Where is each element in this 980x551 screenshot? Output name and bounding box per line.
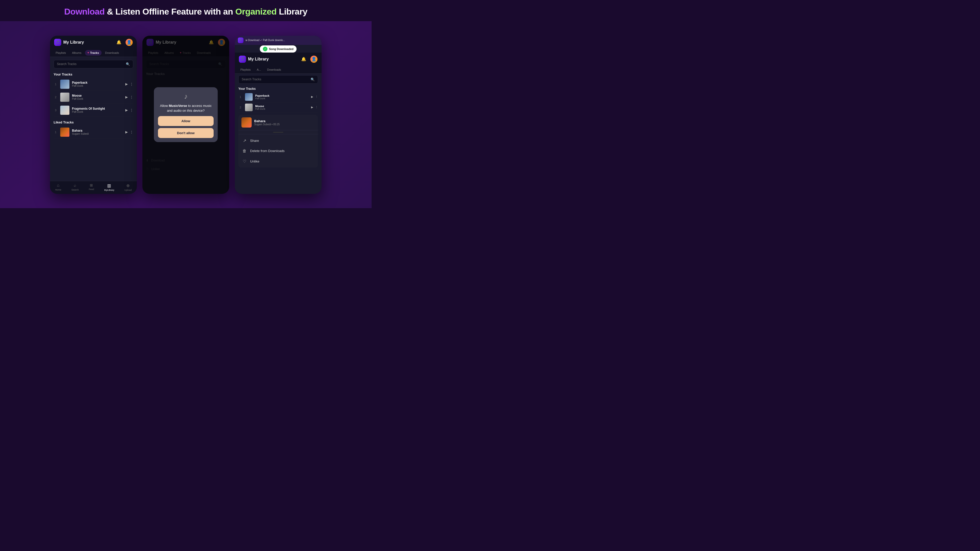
- permission-message: Allow MusicVerse to access music and aud…: [158, 103, 213, 113]
- liked-track-item: 1 Bahara Sugam Subedi ▶ ⋮: [54, 126, 133, 139]
- context-menu-card: Bahara Sugam Subedi • 05:25 ↗ Share 🗑 De…: [239, 115, 318, 168]
- notification-app-icon: 🎵: [238, 38, 243, 43]
- search-input-phone1[interactable]: [57, 62, 124, 66]
- phone1-app-title: My Library: [63, 40, 84, 44]
- track-name: Paperback: [72, 81, 123, 84]
- phone-2: 🎵 My Library 🔔 👤 Playlists Albums ♥ Trac…: [142, 36, 229, 194]
- tab-downloads-phone1[interactable]: Downloads: [103, 50, 121, 56]
- more-button[interactable]: ⋮: [130, 82, 133, 86]
- phone-1: 🎵 My Library 🔔 👤 Playlists Albums ♥ Trac…: [50, 36, 137, 194]
- play-button[interactable]: ▶: [125, 95, 128, 99]
- search-input-phone3[interactable]: [242, 78, 309, 81]
- more-button[interactable]: ⋮: [130, 130, 133, 134]
- tab-albums-phone1[interactable]: Albums: [69, 50, 84, 56]
- nav-label-upload: Upload: [124, 189, 132, 191]
- share-menu-item[interactable]: ↗ Share: [239, 135, 318, 146]
- home-icon: ⌂: [57, 183, 59, 188]
- bell-icon-phone1[interactable]: 🔔: [115, 39, 123, 46]
- nav-item-mylibrary[interactable]: ▥ MyLibrary: [104, 183, 115, 191]
- track-name: Bahara: [72, 129, 123, 132]
- app-icon-phone1: 🎵: [54, 39, 61, 46]
- play-button[interactable]: ▶: [311, 106, 313, 109]
- track-art-moose: [60, 93, 69, 102]
- track-name: Moose: [72, 94, 123, 97]
- phone-3: 🎵 w Download ✓ Paft Dunk downlo... ✓ Son…: [235, 36, 321, 194]
- section-your-tracks-phone3: Your Tracks: [235, 86, 321, 92]
- notification-text: w Download ✓ Paft Dunk downlo...: [245, 39, 318, 41]
- play-button[interactable]: ▶: [125, 82, 128, 86]
- more-button[interactable]: ⋮: [130, 95, 133, 99]
- track-number: 3: [54, 109, 58, 112]
- track-artist: Paft Dunk: [72, 110, 123, 113]
- track-number: 1: [239, 95, 242, 98]
- nav-label-mylibrary: MyLibrary: [104, 189, 115, 191]
- context-track-meta: Sugam Subedi • 05:25: [254, 123, 315, 126]
- nav-label-search: Search: [72, 189, 79, 191]
- dont-allow-button[interactable]: Don't allow: [158, 128, 213, 138]
- track-artist: Paft Dunk: [255, 97, 309, 100]
- track-name: Moose: [255, 105, 309, 108]
- delete-downloads-label: Delete from Downloads: [250, 149, 285, 153]
- nav-item-home[interactable]: ⌂ Home: [55, 183, 61, 191]
- track-number: 2: [239, 106, 242, 109]
- search-icon-nav: ⌕: [74, 183, 76, 188]
- more-button[interactable]: ⋮: [315, 106, 318, 109]
- track-number: 2: [54, 96, 58, 99]
- track-art-paperback-p3: [245, 93, 253, 101]
- tab-playlists-phone1[interactable]: Playlists: [53, 50, 68, 56]
- track-artist: Sugam Subedi: [72, 132, 123, 135]
- unlike-label: Unlike: [250, 159, 259, 163]
- permission-dialog: ♪ Allow MusicVerse to access music and a…: [154, 87, 218, 142]
- bell-icon-phone3[interactable]: 🔔: [300, 56, 307, 63]
- section-your-tracks-phone1: Your Tracks: [50, 70, 137, 78]
- allow-button[interactable]: Allow: [158, 116, 213, 126]
- tab-downloads-phone3[interactable]: Downloads: [265, 67, 283, 73]
- unlike-menu-item[interactable]: ♡ Unlike: [239, 156, 318, 167]
- track-item-phone3-1: 1 Paperback Paft Dunk ▶ ⋮: [239, 92, 318, 102]
- share-icon: ↗: [242, 138, 247, 143]
- more-button[interactable]: ⋮: [130, 108, 133, 112]
- upload-icon: ⊕: [126, 183, 130, 188]
- feed-icon: ⊞: [90, 183, 93, 187]
- track-art-fragments: [60, 106, 69, 115]
- search-icon-phone3: 🔍: [310, 78, 315, 81]
- tab-playlists-phone3[interactable]: Playlists: [238, 67, 253, 73]
- nav-item-upload[interactable]: ⊕ Upload: [124, 183, 132, 191]
- heart-icon: ♡: [242, 159, 247, 164]
- play-button[interactable]: ▶: [311, 95, 313, 98]
- play-button[interactable]: ▶: [125, 108, 128, 112]
- app-icon-phone3: 🎵: [239, 56, 246, 63]
- track-art-paperback: [60, 79, 69, 89]
- phone3-app-title: My Library: [248, 57, 269, 62]
- nav-label-feed: Feed: [89, 188, 94, 191]
- track-name: Paperback: [255, 94, 309, 97]
- nav-label-home: Home: [55, 189, 61, 191]
- track-number: 1: [54, 130, 58, 134]
- tab-tracks-phone1[interactable]: ♥ Tracks: [85, 50, 102, 56]
- nav-item-search[interactable]: ⌕ Search: [72, 183, 79, 191]
- mylibrary-icon: ▥: [107, 183, 111, 188]
- track-item: 3 Fragments Of Sunlight Paft Dunk ▶ ⋮: [54, 104, 133, 117]
- context-track-name: Bahara: [254, 119, 315, 123]
- track-item: 1 Paperback Paft Dunk ▶ ⋮: [54, 78, 133, 91]
- track-art-bahara: [60, 127, 69, 137]
- section-liked-tracks-phone1: Liked Tracks: [50, 118, 137, 126]
- play-button[interactable]: ▶: [125, 130, 128, 134]
- context-art-bahara: [242, 118, 251, 127]
- tab-albums-phone3[interactable]: A...: [254, 67, 264, 73]
- check-circle-icon: ✓: [263, 47, 267, 51]
- title-highlight-download: Download: [64, 6, 105, 16]
- nav-item-feed[interactable]: ⊞ Feed: [89, 183, 94, 191]
- avatar-phone1[interactable]: 👤: [126, 39, 133, 46]
- song-downloaded-badge: ✓ Song Downloaded: [260, 45, 297, 52]
- track-art-moose-p3: [245, 103, 253, 111]
- title-end: Library: [277, 6, 307, 16]
- avatar-phone3[interactable]: 👤: [310, 56, 318, 63]
- delete-from-downloads-menu-item[interactable]: 🗑 Delete from Downloads: [239, 146, 318, 156]
- track-number: 1: [54, 83, 58, 86]
- track-name: Fragments Of Sunlight: [72, 107, 123, 110]
- track-artist: Paft Dunk: [72, 97, 123, 100]
- trash-icon: 🗑: [242, 149, 247, 153]
- more-button[interactable]: ⋮: [315, 95, 318, 98]
- share-label: Share: [250, 139, 259, 143]
